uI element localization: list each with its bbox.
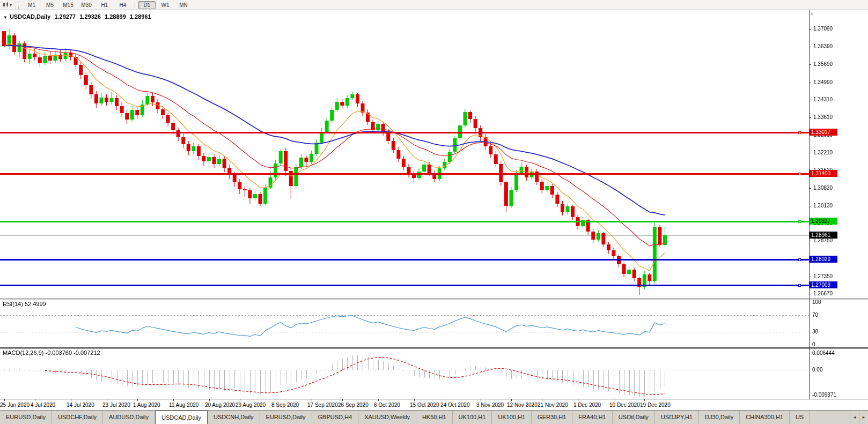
price-axis-label: 1.26670: [813, 291, 833, 296]
pane-separator[interactable]: [0, 299, 868, 300]
tabs-scroll-right-icon[interactable]: ▸: [859, 411, 868, 424]
level-price-label: 1.33017: [810, 129, 837, 136]
tab-uk100-h1[interactable]: UK100,H1: [453, 411, 492, 424]
level-line-handle[interactable]: [798, 258, 801, 261]
date-axis-label: 1 Aug 2020: [133, 402, 160, 408]
date-axis-label: 6 Oct 2020: [374, 402, 400, 408]
price-axis-label: 1.35690: [813, 61, 833, 67]
horizontal-level-line[interactable]: [0, 259, 809, 261]
level-line-handle[interactable]: [798, 173, 801, 175]
price-axis-tick: [809, 206, 811, 206]
price-axis-label: 1.30130: [813, 203, 833, 209]
chart-title: ▼USDCAD,Daily 1.29277 1.29326 1.28899 1.…: [3, 13, 153, 20]
price-axis-tick: [809, 64, 811, 65]
horizontal-level-line[interactable]: [0, 132, 809, 133]
date-axis-tick: [378, 399, 379, 401]
tabs-scroll-left-icon[interactable]: ◂: [850, 411, 859, 424]
tab-hk50-h1[interactable]: HK50,H1: [416, 411, 453, 424]
level-price-label: 1.31400: [810, 170, 837, 177]
pane-separator[interactable]: [0, 347, 868, 349]
tab-usoil-daily[interactable]: USOil,Daily: [613, 411, 655, 424]
date-axis-tick: [481, 399, 481, 401]
date-axis-label: 25 Jun 2020: [0, 402, 30, 408]
date-axis-label: 3 Nov 2020: [476, 402, 504, 408]
macd-axis-label: 0.00: [812, 367, 822, 373]
rsi-axis-label: 30: [812, 329, 818, 334]
toolbar-separator: [135, 2, 135, 9]
level-price-label: 1.29527: [810, 218, 837, 225]
tab-dj30-daily[interactable]: DJ30,Daily: [699, 411, 740, 424]
price-axis-grip-icon[interactable]: ▲: [810, 11, 814, 15]
price-chart-canvas[interactable]: [0, 10, 809, 299]
date-axis-tick: [644, 399, 645, 401]
date-axis-label: 26 Sep 2020: [338, 402, 369, 408]
chart-type-caret-icon[interactable]: ▾: [10, 3, 12, 8]
collapse-triangle-icon[interactable]: ▼: [3, 15, 8, 20]
date-axis-label: 10 Dec 2020: [609, 402, 640, 408]
price-axis-tick: [809, 83, 811, 83]
macd-label: MACD(12,26,9) -0.003760 -0.007212: [3, 349, 100, 356]
macd-axis-label: 0.006444: [812, 350, 835, 356]
tab-usdcnh-daily[interactable]: USDCNH,Daily: [208, 411, 260, 424]
date-axis-tick: [342, 399, 343, 401]
price-axis-tick: [809, 47, 811, 47]
level-line-handle[interactable]: [798, 131, 801, 134]
timeframe-d1-button[interactable]: D1: [138, 1, 156, 9]
price-axis-tick: [809, 241, 811, 241]
timeframe-m30-button[interactable]: M30: [78, 1, 95, 9]
timeframe-h4-button[interactable]: H4: [114, 1, 131, 9]
date-axis-label: 20 Aug 2020: [205, 402, 235, 408]
tab-uk100-h1[interactable]: UK100,H1: [492, 411, 532, 424]
rsi-axis-label: 0: [812, 341, 815, 347]
tab-eurusd-daily[interactable]: EURUSD,Daily: [0, 411, 52, 424]
chart-type-icon[interactable]: [2, 2, 9, 9]
candlestick-glyph: [2, 2, 9, 9]
date-axis-label: 1 Dec 2020: [573, 402, 601, 408]
tab-gbpusd-h4[interactable]: GBPUSD,H4: [312, 411, 359, 424]
timeframe-m1-button[interactable]: M1: [23, 1, 40, 9]
tab-china300-h1[interactable]: CHINA300,H1: [740, 411, 790, 424]
timeframe-m5-button[interactable]: M5: [41, 1, 58, 9]
price-axis-label: 1.30830: [813, 185, 833, 191]
date-axis-tick: [71, 399, 71, 401]
price-axis-label: 1.34310: [813, 96, 833, 102]
tab-usdcad-daily[interactable]: USDCAD,Daily: [155, 411, 208, 424]
low-value: 1.28899: [105, 13, 126, 20]
horizontal-level-line[interactable]: [0, 285, 809, 286]
level-line-handle[interactable]: [798, 220, 801, 223]
toolbar-drag-handle[interactable]: [16, 2, 19, 9]
date-axis-label: 4 Jul 2020: [31, 402, 55, 408]
tab-usdchf-daily[interactable]: USDCHF,Daily: [52, 411, 103, 424]
price-axis-tick: [809, 277, 811, 277]
tab-xauusd-weekly[interactable]: XAUUSD,Weekly: [358, 411, 416, 424]
high-value: 1.29326: [79, 13, 101, 20]
timeframe-mn-button[interactable]: MN: [175, 1, 192, 9]
symbol-tab-bar: EURUSD,DailyUSDCHF,DailyAUDUSD,DailyUSDC…: [0, 410, 868, 424]
price-axis-tick: [809, 153, 811, 153]
date-axis-tick: [578, 399, 578, 401]
rsi-canvas[interactable]: [0, 300, 809, 347]
date-axis-label: 12 Nov 2020: [507, 402, 538, 408]
horizontal-level-line[interactable]: [0, 173, 809, 175]
tab-ger30-h1[interactable]: GER30,H1: [532, 411, 572, 424]
rsi-axis-label: 70: [812, 312, 818, 318]
tab-eurusd-daily[interactable]: EURUSD,Daily: [260, 411, 312, 424]
tab-fra40-h1[interactable]: FRA40,H1: [572, 411, 612, 424]
price-axis-tick: [809, 188, 811, 189]
level-line-handle[interactable]: [798, 284, 801, 287]
price-axis-label: 1.36390: [813, 43, 833, 49]
tab-usdjpy-h1[interactable]: USDJPY,H1: [655, 411, 699, 424]
date-axis-tick: [276, 399, 276, 401]
timeframe-h1-button[interactable]: H1: [96, 1, 113, 9]
date-axis-tick: [511, 399, 512, 401]
horizontal-level-line[interactable]: [0, 221, 809, 222]
timeframe-m15-button[interactable]: M15: [60, 1, 77, 9]
tab-us[interactable]: US: [790, 411, 810, 424]
date-axis-tick: [4, 399, 5, 401]
tab-audusd-daily[interactable]: AUDUSD,Daily: [103, 411, 155, 424]
timeframe-toolbar: ▾ M1M5M15M30H1H4D1W1MN: [0, 0, 868, 10]
date-axis-tick: [209, 399, 210, 401]
timeframe-w1-button[interactable]: W1: [157, 1, 174, 9]
price-axis-label: 1.33610: [813, 114, 833, 120]
macd-canvas[interactable]: [0, 349, 809, 399]
